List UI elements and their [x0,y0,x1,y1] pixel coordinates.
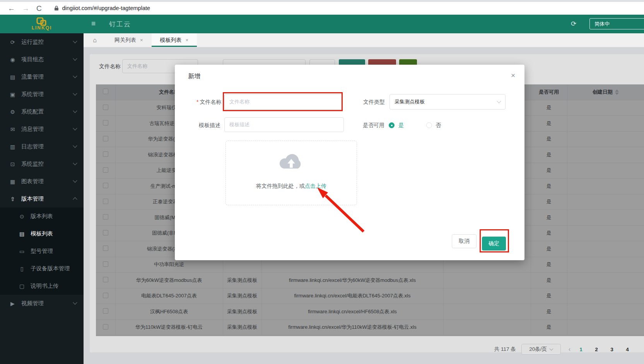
sidebar-item-label: 流量管理 [21,73,44,81]
template-desc-input[interactable]: 模板描述 [224,117,344,132]
url-text: dingiiot.com/#/upgrade-tagtemplate [62,5,150,11]
chevron-icon [73,39,77,43]
system-monitor-icon: ⊡ [9,161,16,167]
chevron-down-icon [497,99,501,103]
menu-fold-icon[interactable]: ≡ [91,19,96,28]
close-tab-icon[interactable]: × [186,37,189,43]
sidebar-item[interactable]: ◉ 项目组态 [0,51,84,68]
chevron-icon [73,178,77,182]
chevron-icon [73,126,77,130]
add-dialog: 新增 × *文件名称 文件名称 文件类型 采集测点模板 模板描述 模板描述 是否… [175,65,524,260]
sidebar-item[interactable]: ▯ 子设备版本管理 [0,260,84,277]
log-manage-icon: ▥ [9,144,16,150]
sidebar-item-label: 说明书上传 [31,282,59,290]
click-upload-link[interactable]: 点击上传 [305,183,326,189]
chevron-icon [73,143,77,148]
radio-no-label[interactable]: 否 [436,122,441,129]
template-list-icon: ▤ [19,231,25,237]
sidebar-item-label: 型号管理 [31,247,53,255]
system-config-icon: ⚙ [9,109,16,115]
sidebar-item-label: 视频管理 [21,300,44,307]
linkqi-logo-icon [36,17,48,26]
page-tab[interactable]: 模板列表 × [152,33,197,47]
file-name-label: *文件名称 [196,99,221,106]
page-tab[interactable]: 网关列表 × [106,33,152,47]
chevron-icon [73,108,77,113]
app-header: LINKQI ≡ 钉工云 ⟳ 简体中 [0,15,644,33]
reload-icon[interactable]: C [36,5,42,12]
run-monitor-icon: ⟳ [9,39,16,45]
traffic-manage-icon: ▤ [9,74,16,80]
sidebar-item[interactable]: ▶ 视频管理 [0,295,84,312]
upload-dropzone[interactable]: 将文件拖到此处，或点击上传 [225,141,357,205]
sidebar-item-label: 日志管理 [21,143,44,150]
sidebar-item[interactable]: ⊡ 系统监控 [0,155,84,173]
sidebar-item[interactable]: ⚙ 系统配置 [0,103,84,120]
sidebar-item-label: 图表管理 [21,178,44,185]
project-config-icon: ◉ [9,57,16,63]
required-mark: * [196,99,198,105]
tab-label: 网关列表 [114,37,136,44]
message-manage-icon: ✉ [9,126,16,132]
language-button[interactable]: 简体中 [589,18,644,29]
file-type-label: 文件类型 [363,99,385,106]
lock-icon [54,5,59,11]
sidebar-item[interactable]: ▤ 流量管理 [0,68,84,86]
sidebar-item-label: 系统管理 [21,91,44,98]
chevron-icon [73,300,77,304]
tab-label: 模板列表 [160,37,182,44]
chevron-icon [73,197,77,201]
sidebar-item[interactable]: ⊙ 版本列表 [0,208,84,225]
file-type-select[interactable]: 采集测点模板 [389,94,506,110]
refresh-icon[interactable]: ⟳ [571,20,576,28]
sidebar-item-label: 版本管理 [21,195,44,203]
file-name-input[interactable]: 文件名称 [224,94,342,110]
sidebar-item[interactable]: ▢ 说明书上传 [0,277,84,295]
chevron-icon [73,91,77,95]
chart-manage-icon: ▦ [9,179,16,185]
close-tab-icon[interactable]: × [140,37,143,43]
template-desc-label: 模板描述 [199,122,220,129]
chevron-icon [73,74,77,78]
dialog-close-icon[interactable]: × [511,71,515,80]
sidebar-item-label: 项目组态 [21,56,44,63]
back-icon[interactable]: ← [8,5,15,12]
sidebar-item-label: 版本列表 [31,213,53,220]
sidebar-item[interactable]: ▦ 图表管理 [0,173,84,190]
system-manage-icon: ▣ [9,91,16,98]
radio-yes-label[interactable]: 是 [398,122,404,129]
tab-bar: ⌂ 网关列表 × 模板列表 × [84,33,644,47]
browser-toolbar: ← → C dingiiot.com/#/upgrade-tagtemplate [0,0,644,15]
cancel-button[interactable]: 取消 [452,234,477,248]
sidebar-item[interactable]: ▣ 系统管理 [0,86,84,103]
cloud-upload-icon [278,152,305,172]
radio-no[interactable] [426,122,432,128]
address-bar[interactable]: dingiiot.com/#/upgrade-tagtemplate [54,5,150,11]
app-logo[interactable]: LINKQI [0,15,84,33]
dialog-title: 新增 [188,72,200,81]
version-list-icon: ⊙ [19,213,25,220]
forward-icon[interactable]: → [22,5,29,12]
sidebar-item[interactable]: ✉ 消息管理 [0,120,84,138]
manual-upload-icon: ▢ [19,283,25,289]
sidebar-item[interactable]: ⟳ 运行监控 [0,33,84,51]
sidebar-item[interactable]: ⇧ 版本管理 [0,190,84,208]
confirm-button[interactable]: 确定 [482,237,506,251]
chevron-icon [73,56,77,60]
radio-yes[interactable] [389,122,395,128]
video-manage-icon: ▶ [9,300,16,307]
home-icon[interactable]: ⌂ [84,33,106,47]
version-manage-icon: ⇧ [9,196,16,202]
sidebar-item[interactable]: ▤ 模板列表 [0,225,84,242]
chevron-icon [73,161,77,165]
sidebar-menu: ⟳ 运行监控 ◉ 项目组态 ▤ 流量管理 ▣ 系统管理 ⚙ 系统配置 ✉ [0,33,84,364]
model-manage-icon: ▭ [19,248,25,254]
sidebar-item-label: 运行监控 [21,38,44,46]
sidebar-item[interactable]: ▥ 日志管理 [0,138,84,155]
sidebar-item-label: 消息管理 [21,125,44,133]
sidebar-item-label: 系统配置 [21,108,44,115]
subdevice-version-icon: ▯ [19,266,25,272]
sidebar-item[interactable]: ▭ 型号管理 [0,242,84,260]
sidebar-item-label: 子设备版本管理 [31,265,70,272]
sidebar-item-label: 系统监控 [21,160,44,168]
